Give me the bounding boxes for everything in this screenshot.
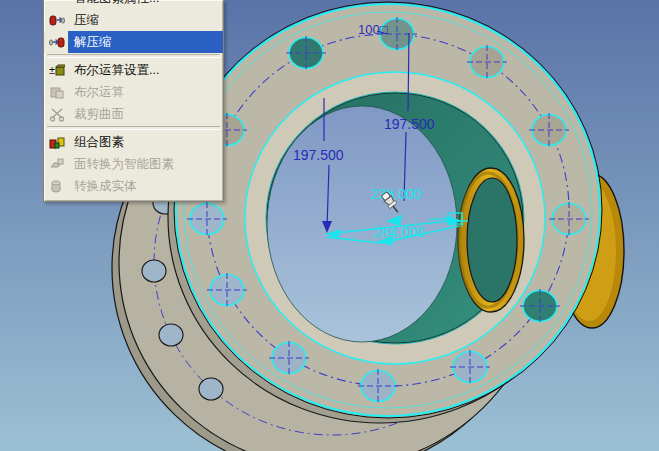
context-menu: 智能图素属性... 压缩 解压缩 ± 布尔运算设置... 布尔运算 裁剪曲面 — [43, 0, 224, 202]
menu-item-trim-surface: 裁剪曲面 — [44, 103, 223, 125]
boolean-operation-icon — [49, 84, 65, 100]
trim-surface-icon — [49, 106, 65, 122]
convert-to-solid-icon — [49, 178, 65, 194]
application-window: 100□ 197.500 197.500 236.000 284.000 智能图… — [0, 0, 659, 451]
gold-ring[interactable] — [458, 168, 524, 312]
compress-icon — [49, 12, 65, 28]
menu-item-combine-elements[interactable]: 组合图素 — [44, 131, 223, 153]
decompress-icon — [49, 34, 65, 50]
svg-text:±: ± — [49, 64, 55, 76]
face-to-smart-icon — [49, 156, 65, 172]
menu-item-smart-properties[interactable]: 智能图素属性... — [44, 0, 223, 9]
bore-opening — [267, 106, 457, 342]
dim-label-284: 284.000 — [374, 224, 425, 240]
dim-label-197-top: 197.500 — [384, 116, 435, 132]
menu-separator — [47, 54, 220, 58]
dim-label-100: 100□ — [358, 22, 388, 37]
menu-separator — [47, 126, 220, 130]
dim-label-197-left: 197.500 — [293, 147, 344, 163]
menu-item-decompress[interactable]: 解压缩 — [44, 31, 223, 53]
menu-item-convert-to-solid: 转换成实体 — [44, 175, 223, 197]
boolean-settings-icon: ± — [49, 62, 65, 78]
combine-elements-icon — [49, 134, 65, 150]
menu-item-boolean-operation: 布尔运算 — [44, 81, 223, 103]
menu-item-compress[interactable]: 压缩 — [44, 9, 223, 31]
menu-item-boolean-settings[interactable]: ± 布尔运算设置... — [44, 59, 223, 81]
dim-label-236: 236.000 — [371, 186, 422, 202]
menu-item-face-to-smart: 面转换为智能图素 — [44, 153, 223, 175]
